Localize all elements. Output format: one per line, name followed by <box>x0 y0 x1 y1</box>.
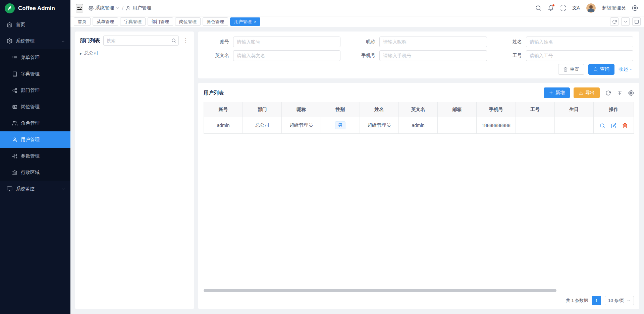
work-id-input[interactable] <box>526 50 633 61</box>
refresh-list-button[interactable] <box>605 90 611 96</box>
breadcrumb: 系统管理 / 用户管理 <box>89 5 151 11</box>
breadcrumb-section[interactable]: 系统管理 <box>89 5 120 11</box>
avatar[interactable] <box>586 3 596 13</box>
phone-input[interactable] <box>379 50 487 61</box>
edit-row-button[interactable] <box>611 123 616 128</box>
tab-home[interactable]: 首页 <box>74 17 91 26</box>
sidebar-item-dept-management[interactable]: 部门管理 <box>0 82 70 99</box>
tab-label: 菜单管理 <box>97 19 114 25</box>
tab-dict-management[interactable]: 字典管理 <box>120 17 146 26</box>
tab-dept-management[interactable]: 部门管理 <box>148 17 173 26</box>
sidebar-item-home[interactable]: 首页 <box>0 16 70 33</box>
fullscreen-button[interactable] <box>560 5 566 11</box>
english-name-input[interactable] <box>233 50 340 61</box>
topbar: 系统管理 / 用户管理 <box>70 0 644 16</box>
tab-label: 字典管理 <box>124 19 142 25</box>
table-header-row: 账号 部门 昵称 性别 姓名 英文名 邮箱 手机号 工号 生日 <box>204 102 634 117</box>
department-more-button[interactable]: ⋮ <box>182 37 189 44</box>
settings-button[interactable] <box>632 5 638 11</box>
language-switch-button[interactable]: 文A <box>573 5 580 11</box>
sliders-icon <box>12 153 17 159</box>
tab-options-button[interactable] <box>621 17 630 26</box>
tab-menu-management[interactable]: 菜单管理 <box>93 17 118 26</box>
department-search-button[interactable] <box>169 36 179 46</box>
cell-gender: 男 <box>321 117 360 134</box>
sidebar-item-admin-region[interactable]: 行政区域 <box>0 164 70 181</box>
sidebar-item-label: 首页 <box>16 22 25 28</box>
column-header-work-id: 工号 <box>516 102 554 117</box>
current-user-name[interactable]: 超级管理员 <box>602 5 626 11</box>
gear-icon <box>89 6 94 11</box>
global-search-button[interactable] <box>535 5 541 11</box>
sidebar-item-user-management[interactable]: 用户管理 <box>0 131 70 148</box>
collapse-filters-button[interactable]: 收起 <box>619 66 633 72</box>
filter-field-name: 姓名 <box>497 37 633 47</box>
table-row: admin 总公司 超级管理员 男 超级管理员 admin 188 <box>204 117 634 134</box>
column-header-operations: 操作 <box>594 102 634 117</box>
gender-tag: 男 <box>335 121 345 129</box>
tab-post-management[interactable]: 岗位管理 <box>175 17 201 26</box>
sidebar-item-label: 行政区域 <box>21 170 40 176</box>
caret-right-icon[interactable]: ▸ <box>80 51 82 56</box>
filter-label: 账号 <box>204 39 229 45</box>
user-table-container: 账号 部门 昵称 性别 姓名 英文名 邮箱 手机号 工号 生日 <box>204 102 634 293</box>
delete-row-button[interactable] <box>622 123 628 128</box>
horizontal-scrollbar-thumb[interactable] <box>204 289 556 292</box>
sidebar-item-label: 字典管理 <box>21 71 40 77</box>
department-panel: 部门列表 ⋮ ▸ 总公司 <box>75 32 194 309</box>
layout-toggle-button[interactable] <box>632 17 641 26</box>
row-height-button[interactable] <box>617 90 623 96</box>
cell-operations <box>594 117 634 134</box>
filter-label: 工号 <box>497 53 522 59</box>
search-button[interactable]: 查询 <box>588 64 614 75</box>
close-icon[interactable]: × <box>254 20 256 24</box>
chevron-down-icon <box>627 299 631 303</box>
sidebar-collapse-button[interactable] <box>76 4 83 12</box>
sidebar-item-post-management[interactable]: 岗位管理 <box>0 99 70 115</box>
reset-button[interactable]: 重置 <box>558 64 584 75</box>
search-icon <box>535 5 541 11</box>
name-input[interactable] <box>526 37 633 47</box>
cell-name: 超级管理员 <box>360 117 398 134</box>
refresh-icon <box>612 19 617 24</box>
coffee-logo-icon <box>5 3 15 13</box>
column-header-nickname: 昵称 <box>282 102 321 117</box>
plus-icon <box>549 90 553 95</box>
sidebar-item-dict-management[interactable]: 字典管理 <box>0 66 70 82</box>
sidebar-item-menu-management[interactable]: 菜单管理 <box>0 49 70 66</box>
page-size-select[interactable]: 10 条/页 <box>605 296 634 305</box>
department-panel-header: 部门列表 ⋮ <box>80 36 189 46</box>
tree-node-label: 总公司 <box>84 50 98 56</box>
topbar-actions: 文A 超级管理员 <box>535 3 638 13</box>
department-tree: ▸ 总公司 <box>80 50 189 56</box>
column-header-email: 邮箱 <box>438 102 477 117</box>
list-icon <box>12 55 17 60</box>
tree-node-head-office[interactable]: ▸ 总公司 <box>80 50 189 56</box>
user-list-actions: 新增 导出 <box>544 87 634 98</box>
user-list-card: 用户列表 新增 导出 <box>198 83 639 309</box>
account-input[interactable] <box>233 37 340 47</box>
sidebar-item-system-monitor[interactable]: 系统监控 <box>0 181 70 197</box>
department-search-input[interactable] <box>103 36 169 46</box>
nickname-input[interactable] <box>379 37 487 47</box>
notifications-button[interactable] <box>548 5 554 11</box>
search-icon <box>593 67 598 72</box>
tab-role-management[interactable]: 角色管理 <box>203 17 228 26</box>
sidebar-item-label: 参数管理 <box>21 153 40 159</box>
refresh-tab-button[interactable] <box>610 17 619 26</box>
tab-user-management[interactable]: 用户管理 × <box>230 17 260 26</box>
cell-nickname: 超级管理员 <box>282 117 321 134</box>
horizontal-scrollbar <box>204 289 634 292</box>
add-user-button[interactable]: 新增 <box>544 87 570 98</box>
user-icon <box>126 6 131 11</box>
column-settings-button[interactable] <box>628 90 634 96</box>
view-row-button[interactable] <box>600 123 605 128</box>
sidebar-item-role-management[interactable]: 角色管理 <box>0 115 70 131</box>
page-number-button[interactable]: 1 <box>592 296 601 305</box>
filter-label: 英文名 <box>204 53 229 59</box>
book-icon <box>12 71 17 77</box>
export-button[interactable]: 导出 <box>574 87 600 98</box>
sidebar-item-param-management[interactable]: 参数管理 <box>0 148 70 164</box>
sidebar-item-system-management[interactable]: 系统管理 <box>0 33 70 49</box>
app-logo[interactable]: Coffee Admin <box>0 0 70 16</box>
